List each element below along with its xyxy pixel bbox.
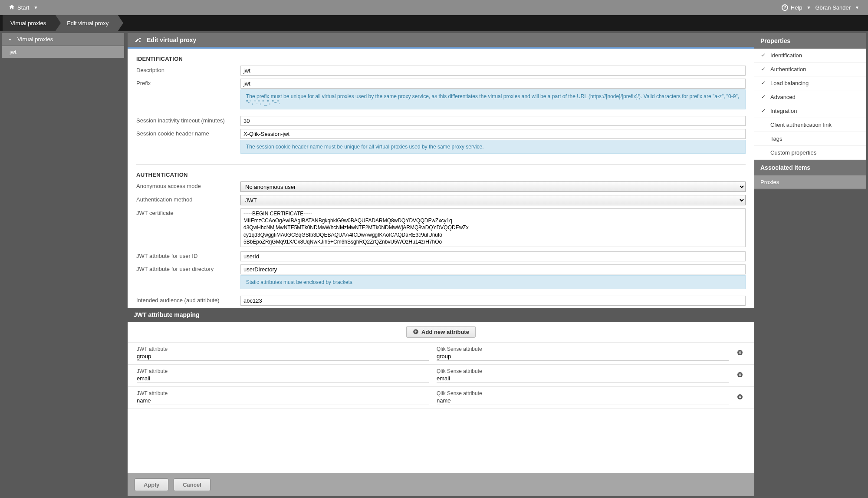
properties-item[interactable]: Client authentication link bbox=[754, 118, 866, 132]
add-attribute-button[interactable]: Add new attribute bbox=[406, 326, 476, 338]
info-prefix: The prefix must be unique for all virtua… bbox=[240, 89, 746, 109]
label-userid: JWT attribute for user ID bbox=[136, 251, 240, 259]
section-identification: IDENTIFICATION bbox=[136, 56, 746, 62]
associated-proxies[interactable]: Proxies bbox=[754, 175, 866, 189]
mapping-sense-input[interactable] bbox=[437, 396, 729, 405]
label-prefix: Prefix bbox=[136, 79, 240, 86]
properties-item[interactable]: Authentication bbox=[754, 63, 866, 76]
check-icon bbox=[760, 94, 766, 100]
mapping-sense-label: Qlik Sense attribute bbox=[437, 390, 729, 396]
topbar-left: Start ▼ bbox=[9, 4, 38, 11]
user-label: Göran Sander bbox=[815, 4, 851, 11]
mapping-sense-input[interactable] bbox=[437, 352, 729, 361]
user-menu[interactable]: Göran Sander ▼ bbox=[815, 4, 859, 11]
mapping-jwt-input[interactable] bbox=[137, 396, 429, 405]
label-cookie: Session cookie header name bbox=[136, 129, 240, 137]
form-scroll[interactable]: IDENTIFICATION Description Prefix The pr… bbox=[128, 47, 754, 473]
check-icon bbox=[760, 66, 766, 72]
breadcrumb-bar: Virtual proxies Edit virtual proxy bbox=[0, 15, 868, 31]
textarea-cert[interactable]: -----BEGIN CERTIFICATE----- MIIEmzCCAoOg… bbox=[240, 208, 746, 247]
label-aud: Intended audience (aud attribute) bbox=[136, 296, 240, 303]
close-circle-icon bbox=[736, 371, 743, 378]
home-icon bbox=[9, 4, 15, 11]
label-cert: JWT certificate bbox=[136, 208, 240, 216]
properties-item-label: Identification bbox=[770, 52, 802, 59]
start-label: Start bbox=[17, 4, 29, 11]
delete-row-button[interactable] bbox=[736, 371, 745, 380]
cancel-button[interactable]: Cancel bbox=[174, 478, 210, 491]
properties-item[interactable]: Tags bbox=[754, 132, 866, 146]
left-item-jwt[interactable]: jwt bbox=[2, 46, 124, 58]
delete-row-button[interactable] bbox=[736, 349, 745, 358]
mapping-row: JWT attribute Qlik Sense attribute bbox=[128, 342, 754, 364]
check-icon bbox=[760, 53, 766, 58]
top-bar: Start ▼ ? Help ▼ Göran Sander ▼ bbox=[0, 0, 868, 15]
mapping-sense-input[interactable] bbox=[437, 374, 729, 383]
input-userdir[interactable] bbox=[240, 264, 746, 274]
mapping-jwt-label: JWT attribute bbox=[137, 346, 429, 352]
label-method: Authentication method bbox=[136, 195, 240, 203]
delete-row-button[interactable] bbox=[736, 393, 745, 402]
breadcrumb-arrow bbox=[118, 15, 123, 31]
left-header-label: Virtual proxies bbox=[17, 36, 53, 43]
mapping-sense-label: Qlik Sense attribute bbox=[437, 368, 729, 374]
properties-item[interactable]: Integration bbox=[754, 104, 866, 118]
left-panel: Virtual proxies jwt bbox=[0, 31, 126, 498]
properties-item-label: Advanced bbox=[770, 94, 796, 100]
center-header-title: Edit virtual proxy bbox=[147, 36, 196, 43]
mapping-jwt-label: JWT attribute bbox=[137, 368, 429, 374]
properties-item-label: Tags bbox=[770, 135, 782, 142]
caret-down-icon: ▼ bbox=[33, 5, 38, 10]
properties-item[interactable]: Custom properties bbox=[754, 146, 866, 160]
center-header: Edit virtual proxy bbox=[128, 33, 754, 47]
help-icon: ? bbox=[782, 4, 788, 11]
properties-item-label: Authentication bbox=[770, 66, 806, 73]
input-cookie[interactable] bbox=[240, 129, 746, 139]
breadcrumb-arrow bbox=[56, 15, 61, 31]
check-icon bbox=[760, 108, 766, 114]
add-button-label: Add new attribute bbox=[421, 329, 469, 335]
mapping-row: JWT attribute Qlik Sense attribute bbox=[128, 386, 754, 409]
caret-down-icon: ▼ bbox=[807, 5, 811, 10]
help-label: Help bbox=[791, 4, 802, 11]
left-panel-header[interactable]: Virtual proxies bbox=[2, 33, 124, 46]
input-aud[interactable] bbox=[240, 296, 746, 306]
help-menu[interactable]: ? Help ▼ bbox=[782, 4, 811, 11]
breadcrumb-label: Virtual proxies bbox=[10, 20, 46, 26]
content-wrap: Edit virtual proxy IDENTIFICATION Descri… bbox=[126, 31, 868, 498]
input-timeout[interactable] bbox=[240, 116, 746, 126]
left-item-label: jwt bbox=[10, 49, 16, 55]
caret-down-icon: ▼ bbox=[855, 5, 859, 10]
select-anon[interactable]: No anonymous user bbox=[240, 181, 746, 192]
properties-item-label: Integration bbox=[770, 108, 797, 114]
footer: Apply Cancel bbox=[128, 473, 754, 496]
properties-item[interactable]: Advanced bbox=[754, 90, 866, 104]
breadcrumb-virtual-proxies[interactable]: Virtual proxies bbox=[3, 15, 56, 31]
section-authentication: AUTHENTICATION bbox=[136, 171, 746, 178]
close-circle-icon bbox=[736, 393, 743, 400]
label-timeout: Session inactivity timeout (minutes) bbox=[136, 116, 240, 124]
edit-tools-icon bbox=[135, 36, 141, 43]
properties-item[interactable]: Load balancing bbox=[754, 76, 866, 90]
label-description: Description bbox=[136, 66, 240, 73]
start-menu[interactable]: Start ▼ bbox=[9, 4, 38, 11]
breadcrumb-edit[interactable]: Edit virtual proxy bbox=[56, 15, 118, 31]
label-anon: Anonymous access mode bbox=[136, 181, 240, 189]
associated-label: Proxies bbox=[760, 179, 779, 185]
mapping-header: JWT attribute mapping bbox=[128, 308, 754, 322]
mapping-jwt-label: JWT attribute bbox=[137, 390, 429, 396]
select-method[interactable]: JWT bbox=[240, 195, 746, 205]
input-userid[interactable] bbox=[240, 251, 746, 261]
mapping-jwt-input[interactable] bbox=[137, 352, 429, 361]
mapping-body: Add new attribute JWT attribute Qlik Sen… bbox=[128, 322, 754, 409]
input-prefix[interactable] bbox=[240, 79, 746, 89]
input-description[interactable] bbox=[240, 66, 746, 76]
properties-item-label: Load balancing bbox=[770, 80, 809, 86]
chevron-up-icon bbox=[7, 36, 13, 43]
properties-item[interactable]: Identification bbox=[754, 49, 866, 63]
check-icon bbox=[760, 80, 766, 86]
info-static: Static attributes must be enclosed by br… bbox=[240, 275, 746, 289]
apply-button[interactable]: Apply bbox=[135, 478, 168, 491]
mapping-jwt-input[interactable] bbox=[137, 374, 429, 383]
mapping-sense-label: Qlik Sense attribute bbox=[437, 346, 729, 352]
